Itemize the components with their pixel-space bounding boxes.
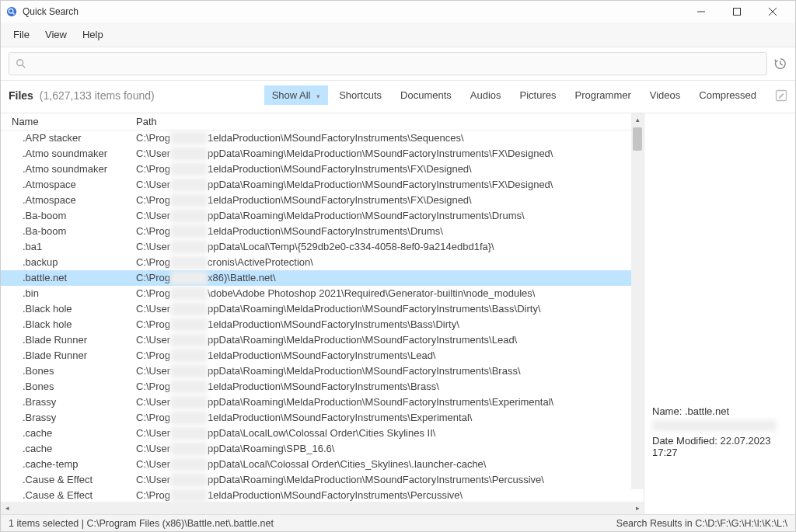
cell-path: C:\Progxxxxx1eldaProduction\MSoundFactor… — [125, 488, 644, 502]
cell-path: C:\UserxxxxxppData\Roaming\MeldaProducti… — [125, 472, 644, 488]
svg-line-8 — [23, 65, 26, 68]
cell-path: C:\Progxxxxx1eldaProduction\MSoundFactor… — [125, 224, 644, 239]
table-row[interactable]: .BonesC:\UserxxxxxppData\Roaming\MeldaPr… — [1, 363, 644, 379]
filter-tabs: Show All ▾ Shortcuts Documents Audios Pi… — [264, 85, 787, 105]
filterbar: Files (1,627,133 items found) Show All ▾… — [1, 81, 795, 113]
table-row[interactable]: .Blade RunnerC:\Progxxxxx1eldaProduction… — [1, 348, 644, 363]
preview-thumbnail — [652, 118, 787, 405]
table-wrapper: Name Path .ARP stackerC:\Progxxxxx1eldaP… — [1, 113, 644, 502]
table-row[interactable]: .ARP stackerC:\Progxxxxx1eldaProduction\… — [1, 130, 644, 147]
table-row[interactable]: .cacheC:\UserxxxxxppData\Roaming\SPB_16.… — [1, 441, 644, 457]
table-row[interactable]: .BonesC:\Progxxxxx1eldaProduction\MSound… — [1, 379, 644, 395]
filter-documents[interactable]: Documents — [393, 85, 459, 105]
filter-videos[interactable]: Videos — [642, 85, 689, 105]
cell-path: C:\Progxxxxx\dobe\Adobe Photoshop 2021\R… — [125, 286, 644, 301]
app-icon — [5, 5, 18, 18]
filter-compressed[interactable]: Compressed — [691, 85, 764, 105]
scroll-left-icon[interactable]: ◂ — [1, 504, 13, 512]
cell-path: C:\UserxxxxxppData\Roaming\MeldaProducti… — [125, 301, 644, 317]
cell-path: C:\UserxxxxxppData\LocalLow\Colossal Ord… — [125, 426, 644, 441]
table-row[interactable]: .Blade RunnerC:\UserxxxxxppData\Roaming\… — [1, 332, 644, 348]
cell-path: C:\Progxxxxx1eldaProduction\MSoundFactor… — [125, 410, 644, 426]
menu-view[interactable]: View — [37, 26, 75, 43]
results-table: Name Path .ARP stackerC:\Progxxxxx1eldaP… — [1, 113, 644, 502]
cell-path: C:\UserxxxxxppData\Roaming\MeldaProducti… — [125, 177, 644, 193]
horizontal-scrollbar[interactable]: ◂ ▸ — [1, 502, 644, 514]
edit-filters-icon[interactable] — [775, 89, 787, 102]
cell-path: C:\UserxxxxxppData\Roaming\MeldaProducti… — [125, 146, 644, 162]
filter-shortcuts[interactable]: Shortcuts — [331, 85, 389, 105]
cell-path: C:\UserxxxxxppData\Roaming\MeldaProducti… — [125, 332, 644, 348]
table-row[interactable]: .BrassyC:\UserxxxxxppData\Roaming\MeldaP… — [1, 395, 644, 410]
scroll-up-icon[interactable]: ▴ — [631, 113, 644, 126]
files-count-value: (1,627,133 items found) — [40, 89, 155, 102]
cell-path: C:\Progxxxxxcronis\ActiveProtection\ — [125, 255, 644, 270]
close-button[interactable] — [755, 1, 791, 23]
cell-name: .battle.net — [1, 270, 125, 286]
col-name[interactable]: Name — [1, 113, 125, 130]
maximize-button[interactable] — [719, 1, 755, 23]
titlebar: Quick Search — [1, 1, 795, 23]
vertical-scrollbar[interactable]: ▴ — [631, 113, 644, 489]
scroll-right-icon[interactable]: ▸ — [631, 504, 644, 512]
filter-audios[interactable]: Audios — [463, 85, 509, 105]
col-path[interactable]: Path — [125, 113, 644, 130]
list-area: Name Path .ARP stackerC:\Progxxxxx1eldaP… — [1, 113, 644, 514]
preview-date-label: Date Modified: — [652, 435, 717, 447]
table-row[interactable]: .AtmospaceC:\Progxxxxx1eldaProduction\MS… — [1, 193, 644, 208]
table-row[interactable]: .ba1C:\UserxxxxxppData\Local\Temp\{529db… — [1, 239, 644, 255]
table-row[interactable]: .backupC:\Progxxxxxcronis\ActiveProtecti… — [1, 255, 644, 270]
menu-file[interactable]: File — [5, 26, 37, 43]
history-icon[interactable] — [773, 57, 787, 71]
table-row[interactable]: .AtmospaceC:\UserxxxxxppData\Roaming\Mel… — [1, 177, 644, 193]
cell-name: .Black hole — [1, 317, 125, 332]
table-row[interactable]: .Cause & EffectC:\Progxxxxx1eldaProducti… — [1, 488, 644, 502]
table-row[interactable]: .Atmo soundmakerC:\Progxxxxx1eldaProduct… — [1, 162, 644, 177]
window-controls — [683, 1, 791, 23]
search-field[interactable] — [9, 52, 767, 75]
cell-name: .Blade Runner — [1, 332, 125, 348]
preview-redacted-line: xxxx — [652, 420, 787, 432]
table-row[interactable]: .BrassyC:\Progxxxxx1eldaProduction\MSoun… — [1, 410, 644, 426]
status-right: Search Results in C:\D:\F:\G:\H:\I:\K:\L… — [616, 518, 787, 529]
status-left: 1 items selected | C:\Program Files (x86… — [9, 518, 274, 529]
preview-panel: Name: .battle.net xxxx Date Modified: 22… — [644, 113, 795, 514]
main-content: Name Path .ARP stackerC:\Progxxxxx1eldaP… — [1, 113, 795, 514]
table-row[interactable]: .cache-tempC:\UserxxxxxppData\Local\Colo… — [1, 457, 644, 472]
chevron-down-icon: ▾ — [316, 92, 320, 100]
table-row[interactable]: .Ba-boomC:\Progxxxxx1eldaProduction\MSou… — [1, 224, 644, 239]
filter-pictures[interactable]: Pictures — [512, 85, 564, 105]
svg-point-7 — [17, 60, 23, 66]
table-row[interactable]: .Atmo soundmakerC:\UserxxxxxppData\Roami… — [1, 146, 644, 162]
cell-name: .bin — [1, 286, 125, 301]
scroll-thumb[interactable] — [633, 127, 642, 151]
cell-name: .Brassy — [1, 410, 125, 426]
table-row[interactable]: .binC:\Progxxxxx\dobe\Adobe Photoshop 20… — [1, 286, 644, 301]
cell-path: C:\Progxxxxxx86)\Battle.net\ — [125, 270, 644, 286]
search-input[interactable] — [31, 58, 760, 70]
table-row[interactable]: .Black holeC:\UserxxxxxppData\Roaming\Me… — [1, 301, 644, 317]
table-row[interactable]: .cacheC:\UserxxxxxppData\LocalLow\Coloss… — [1, 426, 644, 441]
cell-name: .ba1 — [1, 239, 125, 255]
cell-path: C:\UserxxxxxppData\Local\Temp\{529db2e0-… — [125, 239, 644, 255]
preview-name: Name: .battle.net — [652, 405, 787, 417]
search-icon — [16, 58, 26, 69]
minimize-button[interactable] — [683, 1, 719, 23]
cell-name: .Atmo soundmaker — [1, 146, 125, 162]
table-row[interactable]: .Ba-boomC:\UserxxxxxppData\Roaming\Melda… — [1, 208, 644, 224]
menu-help[interactable]: Help — [75, 26, 111, 43]
cell-path: C:\Progxxxxx1eldaProduction\MSoundFactor… — [125, 162, 644, 177]
table-row[interactable]: .Cause & EffectC:\UserxxxxxppData\Roamin… — [1, 472, 644, 488]
window-title: Quick Search — [23, 6, 79, 17]
cell-name: .backup — [1, 255, 125, 270]
table-row[interactable]: .battle.netC:\Progxxxxxx86)\Battle.net\ — [1, 270, 644, 286]
preview-date: Date Modified: 22.07.2023 17:27 — [652, 435, 787, 458]
filter-show-all[interactable]: Show All ▾ — [264, 85, 329, 105]
preview-name-label: Name: — [652, 405, 682, 417]
cell-name: .Bones — [1, 379, 125, 395]
svg-rect-4 — [734, 9, 741, 16]
table-row[interactable]: .Black holeC:\Progxxxxx1eldaProduction\M… — [1, 317, 644, 332]
cell-path: C:\UserxxxxxppData\Roaming\MeldaProducti… — [125, 395, 644, 410]
filter-programmer[interactable]: Programmer — [567, 85, 639, 105]
statusbar: 1 items selected | C:\Program Files (x86… — [1, 514, 795, 531]
